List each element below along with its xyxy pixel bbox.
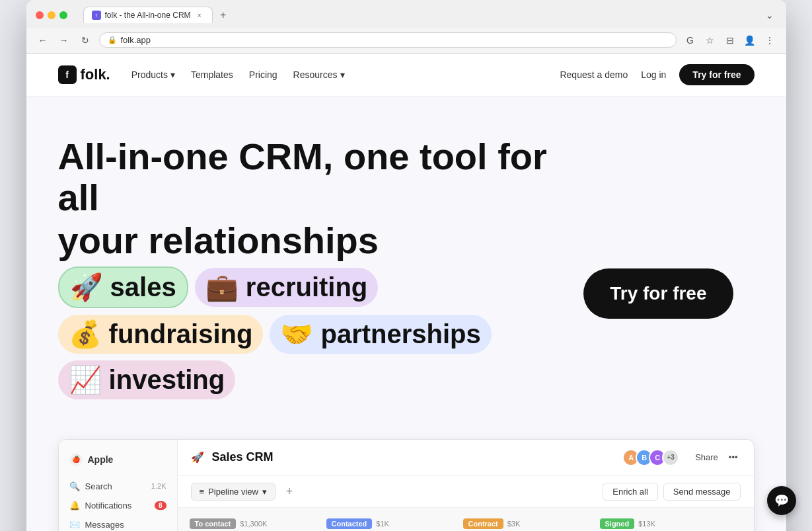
kanban-column-to-contact: To contact $1,300K P Pipedrive 💬 3 🏷 [188, 518, 317, 531]
browser-chrome: f folk - the All-in-one CRM × + ⌄ ← → ↻ … [26, 0, 786, 54]
column-value-signed: $13K [638, 520, 655, 528]
more-icon[interactable]: ⋮ [762, 33, 777, 48]
pill-recruiting: 💼 recruiting [195, 268, 379, 307]
nav-templates[interactable]: Templates [191, 69, 233, 80]
refresh-button[interactable]: ↻ [78, 33, 92, 48]
pipeline-view-button[interactable]: ≡ Pipeline view ▾ [191, 483, 276, 501]
browser-window: f folk - the All-in-one CRM × + ⌄ ← → ↻ … [26, 0, 786, 531]
sidebar-item-search[interactable]: 🔍 Search 1.2K [59, 477, 177, 496]
pipeline-view-label: Pipeline view [208, 487, 258, 497]
site-logo[interactable]: f folk. [58, 65, 110, 84]
hero-line1: All-in-one CRM, [58, 136, 334, 177]
sidebar-item-notifications[interactable]: 🔔 Notifications 8 [59, 496, 177, 515]
hero-cta-button[interactable]: Try for free [583, 268, 733, 319]
column-header-contract: Contract $3K [462, 518, 591, 529]
crm-header-avatars: A B C +3 [626, 449, 679, 466]
pill-fundraising: 💰 fundraising [58, 315, 264, 354]
hero-pills-row2: 💰 fundraising 🤝 partnerships [58, 315, 755, 354]
sidebar-notifications-label: Notifications [85, 501, 132, 511]
mail-icon: ✉️ [69, 520, 80, 530]
browser-tab[interactable]: f folk - the All-in-one CRM × [83, 7, 213, 23]
tab-close-button[interactable]: × [195, 11, 204, 20]
sidebar-messages-label: Messages [85, 520, 124, 530]
extensions-icon[interactable]: ⊟ [723, 33, 737, 48]
crm-title: Sales CRM [212, 450, 619, 464]
kanban-column-signed: Signed $13K A Aircall 🏷 Medium [599, 518, 727, 531]
back-button[interactable]: ← [36, 33, 50, 48]
profile-icon[interactable]: 👤 [743, 33, 757, 48]
nav-resources[interactable]: Resources ▾ [293, 69, 345, 80]
close-button[interactable] [36, 11, 44, 19]
pill-partnerships: 🤝 partnerships [270, 315, 491, 354]
google-icon[interactable]: G [683, 33, 698, 48]
nav-products[interactable]: Products ▾ [131, 69, 175, 80]
notifications-badge: 8 [155, 501, 166, 510]
hero-pills-row3: 📈 investing [58, 360, 755, 399]
nav-pricing[interactable]: Pricing [249, 69, 277, 80]
sidebar-search-label: Search [85, 481, 112, 491]
status-badge-signed: Signed [600, 518, 635, 529]
column-value-contract: $3K [507, 520, 521, 528]
hero-line3: your relationships [58, 220, 379, 261]
minimize-button[interactable] [48, 11, 55, 19]
nav-cta-button[interactable]: Try for free [679, 64, 754, 85]
hero-title: All-in-one CRM, one tool for all your re… [58, 136, 573, 261]
kanban-column-contacted: Contacted $1K S Slack 🔔 1 🏷 SMEs [325, 518, 454, 531]
kanban-column-contract: Contract $3K M Miro 🏷 Small [462, 518, 591, 531]
brand-icon: 🍎 [69, 453, 83, 466]
tab-title: folk - the All-in-one CRM [105, 11, 191, 20]
new-tab-button[interactable]: + [215, 7, 231, 23]
nav-links: Products ▾ Templates Pricing Resources ▾ [131, 69, 560, 80]
send-message-button[interactable]: Send message [663, 483, 741, 501]
logo-text: folk. [81, 66, 110, 83]
forward-button[interactable]: → [57, 33, 71, 48]
enrich-all-button[interactable]: Enrich all [603, 483, 657, 501]
site-nav: f folk. Products ▾ Templates Pricing Res… [26, 54, 786, 97]
login-link[interactable]: Log in [641, 69, 666, 80]
traffic-lights [36, 11, 67, 19]
website-content: f folk. Products ▾ Templates Pricing Res… [26, 54, 786, 531]
request-demo-link[interactable]: Request a demo [560, 69, 628, 80]
chevron-down-icon: ▾ [170, 69, 175, 80]
crm-preview: 🍎 Apple 🔍 Search 1.2K 🔔 Notifications 8 … [58, 439, 755, 531]
search-icon: 🔍 [69, 481, 80, 491]
chevron-down-icon-2: ▾ [340, 69, 345, 80]
status-badge-contacted: Contacted [326, 518, 373, 529]
hero-section: All-in-one CRM, one tool for all your re… [26, 97, 786, 426]
pill-investing: 📈 investing [58, 360, 236, 399]
pill-sales: 🚀 sales [58, 266, 188, 308]
maximize-button[interactable] [59, 11, 67, 19]
column-header-signed: Signed $13K [599, 518, 727, 529]
nav-right: Request a demo Log in Try for free [560, 64, 754, 85]
crm-sidebar: 🍎 Apple 🔍 Search 1.2K 🔔 Notifications 8 … [59, 440, 178, 531]
kanban-board: To contact $1,300K P Pipedrive 💬 3 🏷 [178, 508, 754, 531]
sidebar-brand: 🍎 Apple [59, 450, 177, 477]
crm-title-icon: 🚀 [191, 451, 204, 464]
column-value-contacted: $1K [376, 520, 389, 528]
status-badge-contract: Contract [463, 518, 503, 529]
browser-toolbar: ← → ↻ 🔒 folk.app G ☆ ⊟ 👤 ⋮ [26, 28, 786, 53]
toolbar-actions: G ☆ ⊟ 👤 ⋮ [683, 33, 777, 48]
status-badge-to-contact: To contact [190, 518, 237, 529]
bell-icon: 🔔 [69, 501, 80, 511]
crm-toolbar: ≡ Pipeline view ▾ + Enrich all Send mess… [178, 476, 754, 508]
pipeline-view-icon: ≡ [200, 487, 205, 497]
tab-favicon: f [92, 11, 101, 20]
title-bar: f folk - the All-in-one CRM × + ⌄ [26, 0, 786, 28]
share-button[interactable]: Share [692, 451, 721, 464]
sidebar-item-messages[interactable]: ✉️ Messages [59, 515, 177, 531]
address-bar[interactable]: 🔒 folk.app [99, 32, 677, 48]
tab-bar: f folk - the All-in-one CRM × + [83, 7, 757, 23]
chat-bubble-button[interactable]: 💬 [767, 486, 796, 515]
crm-header: 🚀 Sales CRM A B C +3 Share ••• [178, 440, 754, 476]
bookmark-icon[interactable]: ☆ [703, 33, 718, 48]
browser-menu-icon[interactable]: ⌄ [762, 8, 777, 22]
avatar-more: +3 [662, 449, 679, 466]
url-text: folk.app [121, 35, 151, 45]
pipeline-view-chevron: ▾ [262, 487, 267, 497]
more-options-button[interactable]: ••• [726, 451, 741, 464]
search-count: 1.2K [151, 482, 166, 490]
lock-icon: 🔒 [108, 36, 117, 44]
add-view-button[interactable]: + [281, 483, 298, 500]
crm-main: 🚀 Sales CRM A B C +3 Share ••• [178, 440, 754, 531]
